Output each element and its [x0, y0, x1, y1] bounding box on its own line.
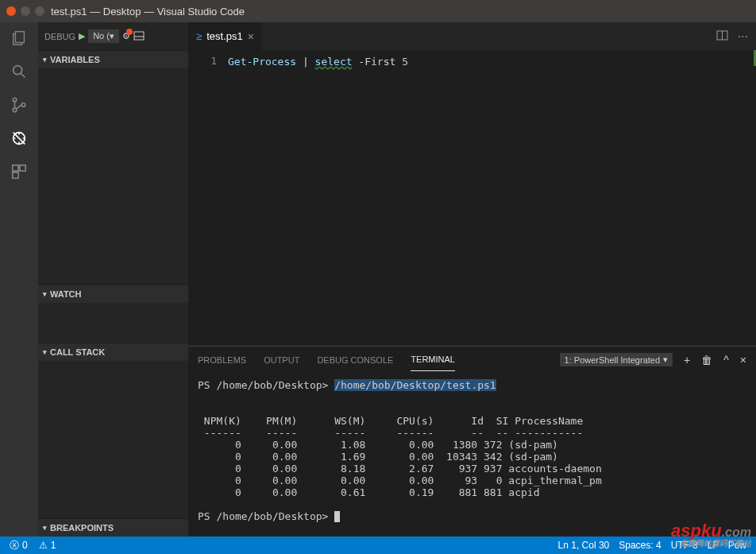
terminal-content[interactable]: PS /home/bob/Desktop> /home/bob/Desktop/…: [188, 373, 756, 537]
chevron-down-icon: ▾: [43, 56, 47, 64]
chevron-down-icon: ▾: [43, 524, 47, 532]
callstack-header[interactable]: ▾ CALL STACK: [38, 343, 188, 361]
source-control-icon[interactable]: [10, 95, 29, 114]
line-gutter: 1: [188, 50, 228, 346]
minimize-window-icon[interactable]: [21, 6, 30, 16]
close-panel-icon[interactable]: ×: [740, 354, 746, 366]
cursor: [334, 511, 340, 522]
terminal-output-line: ------ ----- ----- ------ -- -- --------…: [198, 427, 583, 439]
variables-header[interactable]: ▾ VARIABLES: [38, 51, 188, 68]
status-errors[interactable]: ⓧ 0: [6, 539, 31, 552]
search-icon[interactable]: [10, 62, 29, 81]
window-controls: [6, 6, 44, 16]
tab-problems[interactable]: PROBLEMS: [198, 349, 246, 371]
tab-label: test.ps1: [206, 30, 243, 42]
maximize-window-icon[interactable]: [35, 6, 44, 16]
line-number: 1: [188, 55, 217, 67]
statusbar: ⓧ 0 ⚠ 1 Ln 1, Col 30 Spaces: 4 UTF-8 LF …: [0, 537, 756, 554]
debug-toolbar: DEBUG ▶ No (▾ ⚙: [38, 22, 188, 50]
callstack-body: [38, 361, 188, 504]
terminal-prompt: PS /home/bob/Desktop>: [198, 379, 328, 391]
variables-label: VARIABLES: [50, 55, 100, 64]
terminal-output-line: NPM(K) PM(M) WS(M) CPU(s) Id SI ProcessN…: [198, 415, 583, 427]
status-spaces[interactable]: Spaces: 4: [615, 540, 664, 551]
terminal-output-line: 0 0.00 0.61 0.19 881 881 acpid: [198, 486, 539, 498]
tab-test-ps1[interactable]: ≥ test.ps1 ×: [188, 22, 263, 50]
code-token: Get-Process: [228, 56, 296, 68]
extensions-icon[interactable]: [10, 162, 29, 181]
chevron-down-icon: ▾: [43, 290, 47, 298]
tab-output[interactable]: OUTPUT: [264, 349, 299, 371]
status-warnings[interactable]: ⚠ 1: [36, 540, 60, 551]
debug-console-toggle-icon[interactable]: [133, 31, 145, 42]
debug-label: DEBUG: [44, 32, 75, 41]
editor-area: ≥ test.ps1 × ··· 1 Get-Process | select …: [188, 22, 756, 537]
status-language[interactable]: Pow: [725, 540, 750, 551]
svg-rect-0: [15, 32, 24, 43]
files-icon[interactable]: [10, 29, 29, 48]
new-terminal-icon[interactable]: +: [684, 354, 690, 366]
svg-point-3: [13, 108, 17, 112]
terminal-panel: PROBLEMS OUTPUT DEBUG CONSOLE TERMINAL 1…: [188, 346, 756, 537]
watch-body: [38, 303, 188, 343]
activity-bar: [0, 22, 38, 537]
status-eol[interactable]: LF: [704, 540, 722, 551]
editor-tab-bar: ≥ test.ps1 × ···: [188, 22, 756, 50]
svg-rect-7: [20, 165, 25, 171]
sidebar: DEBUG ▶ No (▾ ⚙ ▾ VARIABLES ▾ WATCH ▾: [38, 22, 188, 537]
code-token: -First: [353, 56, 403, 68]
code-content[interactable]: Get-Process | select -First 5: [228, 50, 756, 346]
svg-point-4: [21, 103, 25, 107]
debug-config-selector[interactable]: No (▾: [88, 29, 119, 43]
window-titlebar: test.ps1 — Desktop — Visual Studio Code: [0, 0, 756, 22]
split-editor-icon[interactable]: [716, 29, 728, 44]
maximize-panel-icon[interactable]: ^: [723, 354, 729, 366]
terminal-output-line: 0 0.00 8.18 2.67 937 937 accounts-daemon: [198, 463, 602, 475]
chevron-down-icon: ▾: [43, 348, 47, 356]
callstack-label: CALL STACK: [50, 347, 105, 357]
terminal-prompt: PS /home/bob/Desktop>: [198, 510, 328, 522]
close-window-icon[interactable]: [6, 6, 16, 16]
tab-debug-console[interactable]: DEBUG CONSOLE: [317, 349, 393, 371]
code-token: 5: [402, 56, 408, 68]
editor-body[interactable]: 1 Get-Process | select -First 5: [188, 50, 756, 346]
svg-rect-8: [13, 172, 18, 178]
powershell-file-icon: ≥: [196, 30, 202, 42]
gear-icon[interactable]: ⚙: [122, 31, 130, 41]
close-icon[interactable]: ×: [248, 30, 254, 43]
svg-point-1: [14, 66, 22, 75]
breakpoints-label: BREAKPOINTS: [50, 523, 114, 533]
watch-label: WATCH: [50, 289, 82, 299]
watch-header[interactable]: ▾ WATCH: [38, 285, 188, 303]
terminal-output-line: 0 0.00 1.08 0.00 1380 372 (sd-pam): [198, 439, 558, 451]
panel-tab-bar: PROBLEMS OUTPUT DEBUG CONSOLE TERMINAL 1…: [188, 347, 756, 373]
svg-rect-6: [13, 165, 18, 171]
debug-icon[interactable]: [10, 129, 29, 148]
terminal-output-line: 0 0.00 1.69 0.00 10343 342 (sd-pam): [198, 451, 558, 463]
window-title: test.ps1 — Desktop — Visual Studio Code: [51, 6, 245, 17]
code-token: select: [315, 56, 353, 68]
kill-terminal-icon[interactable]: 🗑: [701, 354, 712, 366]
breakpoints-header[interactable]: ▾ BREAKPOINTS: [38, 519, 188, 537]
more-actions-icon[interactable]: ···: [738, 29, 748, 44]
status-encoding[interactable]: UTF-8: [668, 540, 701, 551]
code-token: |: [296, 56, 314, 68]
status-ln-col[interactable]: Ln 1, Col 30: [555, 540, 613, 551]
svg-point-2: [13, 98, 17, 102]
terminal-selector[interactable]: 1: PowerShell Integrated ▾: [560, 353, 673, 366]
variables-body: [38, 68, 188, 285]
terminal-command: /home/bob/Desktop/test.ps1: [334, 379, 496, 391]
svg-rect-9: [134, 32, 144, 40]
tab-terminal[interactable]: TERMINAL: [411, 348, 455, 371]
terminal-output-line: 0 0.00 0.00 0.00 93 0 acpi_thermal_pm: [198, 475, 602, 486]
start-debug-icon[interactable]: ▶: [79, 31, 85, 41]
